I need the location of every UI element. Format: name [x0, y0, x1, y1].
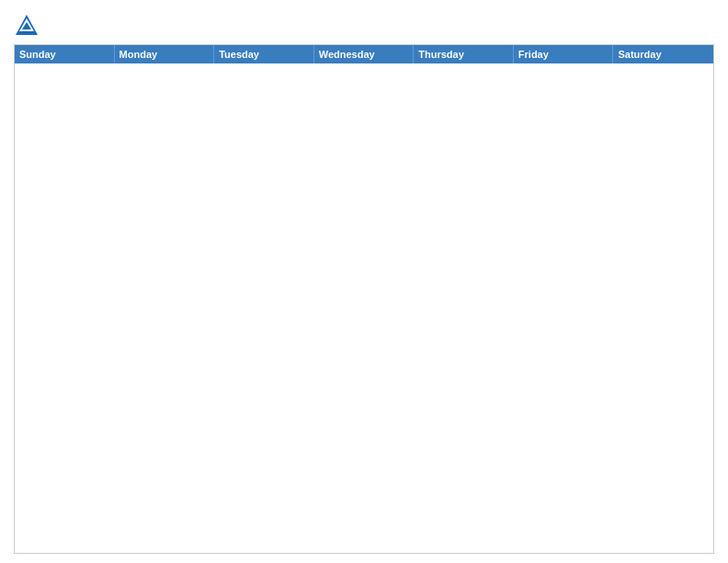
logo [14, 13, 43, 39]
calendar-header-cell: Thursday [414, 45, 514, 63]
header [14, 9, 714, 39]
calendar-header-row: SundayMondayTuesdayWednesdayThursdayFrid… [15, 45, 713, 63]
logo-icon [14, 13, 40, 39]
calendar-header-cell: Wednesday [314, 45, 415, 63]
calendar-header-cell: Monday [115, 45, 215, 63]
calendar-header-cell: Sunday [15, 45, 115, 63]
calendar-header-cell: Saturday [613, 45, 713, 63]
calendar-header-cell: Friday [514, 45, 614, 63]
calendar-header-cell: Tuesday [214, 45, 314, 63]
calendar: SundayMondayTuesdayWednesdayThursdayFrid… [14, 44, 714, 554]
calendar-body [15, 63, 713, 553]
page: SundayMondayTuesdayWednesdayThursdayFrid… [0, 0, 728, 563]
